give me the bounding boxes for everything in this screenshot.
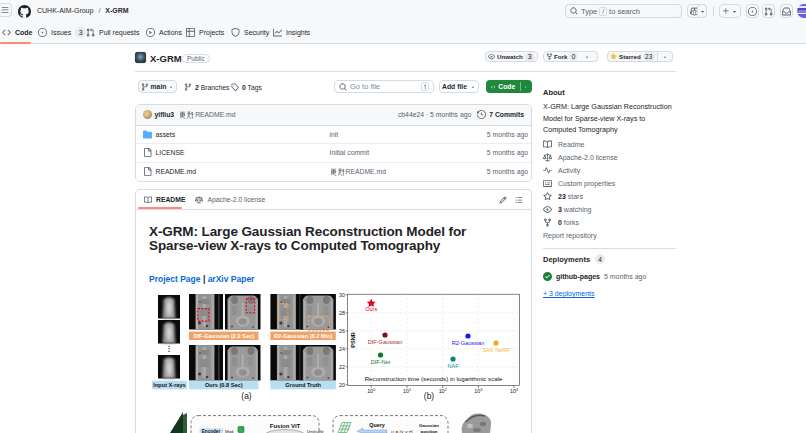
svg-text:position: position [420,429,437,433]
svg-text:102: 102 [439,388,447,394]
svg-text:(a): (a) [241,391,252,401]
svg-text:μ = (x,y,z): μ = (x,y,z) [390,429,413,433]
svg-text:Ground Truth: Ground Truth [285,382,321,388]
svg-text:PSNR: PSNR [350,332,356,348]
svg-text:104: 104 [510,388,518,394]
svg-text:Input X-rays: Input X-rays [153,382,185,388]
svg-text:DIF-Net: DIF-Net [371,359,391,365]
svg-text:(b): (b) [424,391,435,401]
svg-text:26: 26 [339,328,345,334]
svg-text:Fusion ViT: Fusion ViT [270,423,301,429]
svg-text:Encoder: Encoder [202,429,221,433]
svg-text:DIF-Gaussian: DIF-Gaussian [368,339,403,345]
svg-text:Query: Query [369,422,385,428]
svg-text:Unshuffle: Unshuffle [307,429,325,433]
svg-text:Reconstruction time (seconds): Reconstruction time (seconds) in logarit… [365,375,503,382]
svg-text:100: 100 [367,388,375,394]
svg-text:R2-Gaussian: R2-Gaussian [452,340,485,346]
svg-text:R2-Gaussian (8.2 Min): R2-Gaussian (8.2 Min) [274,333,333,339]
svg-text:101: 101 [403,388,411,394]
svg-text:22: 22 [339,364,345,370]
svg-text:Ours: Ours [365,306,377,312]
svg-text:28: 28 [339,310,345,316]
svg-text:24: 24 [339,346,345,352]
svg-text:20: 20 [339,382,345,388]
svg-text:NAF: NAF [447,363,459,369]
svg-text:Gaussian: Gaussian [419,423,439,428]
svg-text:Mod: Mod [225,429,234,433]
svg-text:30: 30 [339,292,345,298]
svg-text:103: 103 [474,388,482,394]
svg-text:⋮: ⋮ [166,345,173,353]
svg-text:SAX-NeRF: SAX-NeRF [482,347,510,353]
svg-text:Ours (0.8 Sec): Ours (0.8 Sec) [205,382,243,388]
svg-text:DIF-Gaussian (2.0 Sec): DIF-Gaussian (2.0 Sec) [193,333,254,339]
